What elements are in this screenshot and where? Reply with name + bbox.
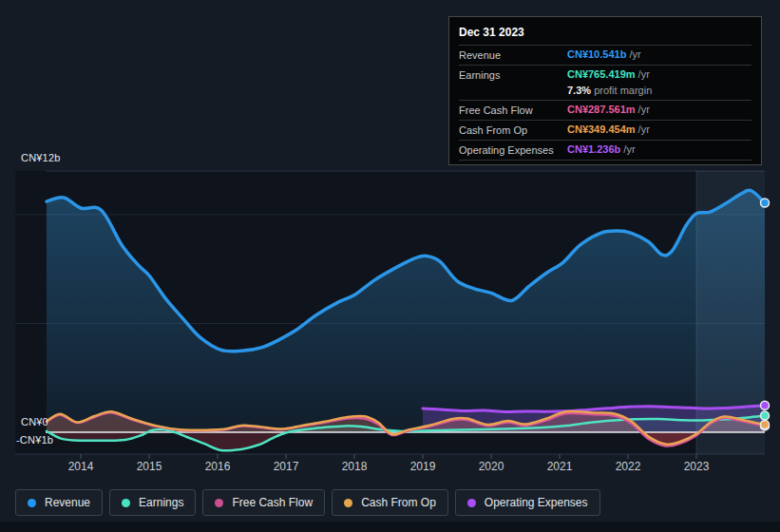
tooltip-unit: /yr — [636, 104, 650, 115]
tooltip-row-revenue: Revenue CN¥10.541b /yr — [459, 46, 751, 66]
bottom-strip — [0, 522, 780, 532]
tooltip-value: CN¥349.454m — [567, 124, 636, 135]
operating-expenses-endpoint-marker — [761, 401, 770, 409]
tooltip-row-free-cash-flow: Free Cash Flow CN¥287.561m /yr — [459, 101, 751, 121]
profit-margin-note: 7.3% profit margin — [567, 81, 780, 96]
tooltip-label: Earnings — [459, 68, 567, 81]
legend-label: Cash From Op — [361, 496, 436, 509]
chart-tooltip: Dec 31 2023 Revenue CN¥10.541b /yr Earni… — [448, 16, 762, 165]
legend-dot-icon — [344, 499, 352, 507]
tooltip-row-earnings: Earnings CN¥765.419m /yr 7.3% profit mar… — [459, 66, 751, 101]
x-axis-label-2023: 2023 — [675, 460, 717, 473]
tooltip-date: Dec 31 2023 — [459, 22, 751, 46]
tooltip-label: Revenue — [459, 48, 567, 61]
legend-dot-icon — [122, 499, 130, 507]
tooltip-value: CN¥10.541b — [567, 48, 626, 60]
y-axis-label-negative: -CN¥1b — [16, 434, 53, 446]
cash-from-op-endpoint-marker — [761, 421, 770, 429]
x-axis-label-2021: 2021 — [539, 460, 580, 473]
x-axis-label-2017: 2017 — [265, 460, 307, 473]
tooltip-row-cash-from-op: Cash From Op CN¥349.454m /yr — [459, 121, 751, 141]
x-axis-label-2018: 2018 — [333, 460, 375, 473]
legend-item-operating-expenses[interactable]: Operating Expenses — [455, 489, 600, 516]
legend-label: Earnings — [139, 496, 183, 509]
tooltip-unit: /yr — [620, 143, 635, 155]
x-axis-label-2015: 2015 — [128, 460, 170, 473]
tooltip-unit: /yr — [626, 48, 640, 60]
legend-item-revenue[interactable]: Revenue — [15, 489, 103, 516]
x-axis-label-2014: 2014 — [60, 460, 102, 473]
legend-item-earnings[interactable]: Earnings — [109, 489, 196, 516]
tooltip-value: CN¥1.236b — [567, 143, 620, 155]
legend-item-free-cash-flow[interactable]: Free Cash Flow — [202, 489, 325, 516]
legend-dot-icon — [28, 499, 36, 507]
x-axis-label-2016: 2016 — [197, 460, 238, 473]
tooltip-row-operating-expenses: Operating Expenses CN¥1.236b /yr — [459, 141, 751, 161]
legend-dot-icon — [215, 499, 223, 507]
legend-dot-icon — [467, 499, 476, 507]
earnings-endpoint-marker — [761, 411, 770, 420]
tooltip-value: CN¥287.561m — [567, 104, 636, 115]
y-axis-label-zero: CN¥0 — [21, 416, 48, 428]
tooltip-unit: /yr — [636, 124, 650, 135]
x-axis-label-2020: 2020 — [470, 460, 512, 473]
tooltip-label: Free Cash Flow — [459, 104, 567, 116]
legend-label: Operating Expenses — [485, 496, 588, 509]
y-axis-label-top: CN¥12b — [21, 152, 61, 163]
x-axis-label-2022: 2022 — [607, 460, 649, 473]
tooltip-unit: /yr — [636, 68, 650, 80]
legend-label: Free Cash Flow — [232, 496, 313, 509]
tooltip-label: Cash From Op — [459, 124, 567, 136]
x-axis-label-2019: 2019 — [402, 460, 444, 473]
earnings-revenue-history-panel: CN¥12b CN¥0 -CN¥1b 201420152016201720182… — [0, 0, 780, 532]
legend-item-cash-from-op[interactable]: Cash From Op — [332, 489, 448, 516]
tooltip-label: Operating Expenses — [459, 143, 567, 156]
revenue-endpoint-marker — [761, 199, 770, 207]
chart-legend: RevenueEarningsFree Cash FlowCash From O… — [15, 489, 600, 516]
legend-label: Revenue — [45, 496, 90, 509]
tooltip-value: CN¥765.419m — [567, 68, 636, 80]
